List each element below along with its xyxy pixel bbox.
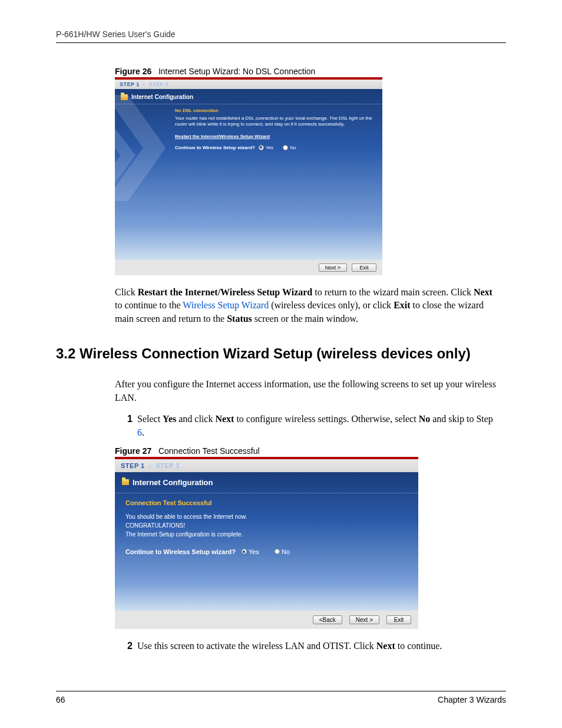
status-description: Your router has not established a DSL co… (175, 116, 374, 128)
section-3-2-heading: 3.2 Wireless Connection Wizard Setup (wi… (56, 344, 500, 363)
folder-icon (121, 94, 128, 100)
panel-title: Internet Configuration (131, 94, 193, 100)
figure-26-caption: Figure 26 Internet Setup Wizard: No DSL … (115, 67, 500, 76)
step-number: 2 (125, 640, 133, 653)
figure-27-title: Connection Test Successful (158, 446, 260, 456)
continue-row: Continue to Wireless Setup wizard? Yes N… (175, 145, 374, 150)
wireless-setup-link[interactable]: Wireless Setup Wizard (183, 300, 269, 310)
step-6-link[interactable]: 6 (137, 427, 142, 437)
back-button[interactable]: <Back (313, 615, 342, 624)
continue-label: Continue to Wireless Setup wizard? (125, 548, 236, 555)
step-1-item: 1 Select Yes and click Next to configure… (125, 413, 500, 439)
step-number: 1 (125, 413, 133, 439)
chapter-label: Chapter 3 Wizards (438, 695, 506, 704)
step-1-text: Select Yes and click Next to configure w… (137, 413, 500, 439)
step-2-item: 2 Use this screen to activate the wirele… (125, 640, 500, 653)
page-footer: 66 Chapter 3 Wizards (56, 691, 506, 704)
radio-icon (283, 145, 288, 150)
section-intro-paragraph: After you configure the Internet access … (115, 378, 500, 404)
figure-26-title: Internet Setup Wizard: No DSL Connection (158, 67, 315, 76)
figure-27-wizard: STEP 1 › STEP 2 Internet Configuration C… (115, 457, 418, 629)
radio-no[interactable]: No (275, 548, 290, 555)
step-2-text: Use this screen to activate the wireless… (137, 640, 442, 653)
figure-27-label: Figure 27 (115, 446, 151, 456)
figure-26-wizard: STEP 1 › STEP 2 Internet Configuration N… (115, 77, 382, 275)
step-arrow: › (149, 462, 151, 469)
continue-label: Continue to Wireless Setup wizard? (175, 145, 255, 150)
folder-icon (122, 479, 129, 485)
step-1-label: STEP 1 (120, 81, 140, 87)
status-title: No DSL connection (175, 108, 374, 113)
guide-title: P-661H/HW Series User's Guide (56, 29, 176, 39)
panel-title-row: Internet Configuration (115, 89, 382, 104)
next-button[interactable]: Next > (349, 615, 379, 624)
step-breadcrumb: STEP 1 › STEP 2 (115, 80, 382, 89)
page-number: 66 (56, 695, 65, 704)
status-description: You should be able to access the Interne… (125, 512, 408, 539)
continue-row: Continue to Wireless Setup wizard? Yes N… (125, 548, 408, 555)
radio-icon (242, 549, 247, 554)
radio-icon (259, 145, 264, 150)
wizard-footer: <Back Next > Exit (115, 611, 418, 629)
radio-yes-label: Yes (266, 145, 273, 150)
radio-yes[interactable]: Yes (242, 548, 259, 555)
radio-no[interactable]: No (283, 145, 296, 150)
step-2-label: STEP 2 (148, 81, 168, 87)
figure-27-caption: Figure 27 Connection Test Successful (115, 446, 500, 456)
step-breadcrumb: STEP 1 › STEP 2 (115, 459, 418, 472)
step-1-label: STEP 1 (121, 462, 145, 469)
panel-title: Internet Configuration (133, 478, 213, 487)
step-2-label: STEP 2 (156, 462, 180, 469)
exit-button[interactable]: Exit (352, 263, 376, 272)
restart-wizard-link[interactable]: Restart the Internet/Wireless Setup Wiza… (175, 134, 374, 139)
radio-no-label: No (290, 145, 296, 150)
next-button[interactable]: Next > (319, 263, 347, 272)
exit-button[interactable]: Exit (386, 615, 411, 624)
radio-icon (275, 549, 280, 554)
paragraph-after-fig26: Click Restart the Internet/Wireless Setu… (115, 286, 500, 325)
wizard-footer: Next > Exit (115, 260, 382, 275)
page-header: P-661H/HW Series User's Guide (56, 29, 506, 43)
status-title: Connection Test Successful (125, 499, 408, 506)
panel-title-row: Internet Configuration (115, 472, 418, 493)
figure-26-label: Figure 26 (115, 67, 151, 76)
radio-yes-label: Yes (249, 548, 259, 555)
step-arrow: › (143, 81, 146, 87)
radio-yes[interactable]: Yes (259, 145, 273, 150)
radio-no-label: No (282, 548, 290, 555)
